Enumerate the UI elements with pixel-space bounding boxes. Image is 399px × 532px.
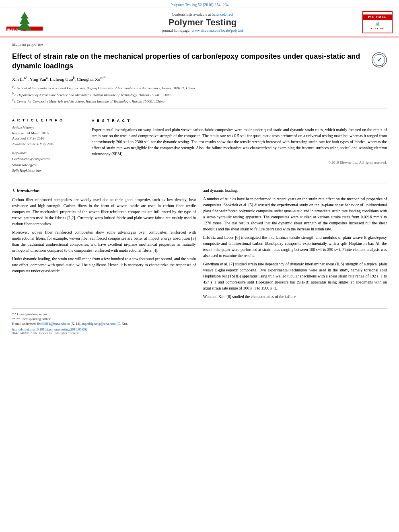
affiliations-block: a a School of Aeronautic Science and Eng… bbox=[12, 84, 387, 109]
sciencedirect-link[interactable]: ScienceDirect bbox=[212, 12, 233, 16]
history-label: Article history: bbox=[12, 125, 84, 129]
email1-link[interactable]: lixin2014@buaa.edu.cn bbox=[37, 322, 70, 326]
svg-marker-2 bbox=[18, 12, 31, 30]
available-date: Available online 4 May 2016 bbox=[12, 142, 84, 147]
body-para-right-1: and dynamic loading. bbox=[203, 187, 387, 193]
received-date: Received 24 March 2016 bbox=[12, 131, 84, 136]
homepage-label: journal homepage: bbox=[162, 29, 191, 33]
article-content: Material properties Effect of strain rat… bbox=[0, 37, 399, 341]
article-title-block: Effect of strain rate on the mechanical … bbox=[12, 51, 387, 71]
elsevier-logo: ELSEVIER bbox=[6, 11, 43, 33]
svg-text:CrossMark: CrossMark bbox=[375, 65, 384, 67]
author-ying-yan: Ying Yan bbox=[30, 76, 46, 81]
footnote-1: * * Corresponding author. bbox=[12, 312, 387, 316]
body-para-right-5: Woo and Kim [8] studied the characterist… bbox=[203, 294, 387, 300]
body-para-right-4: Gowtham et al. [7] studied strain rate d… bbox=[203, 261, 387, 291]
svg-rect-3 bbox=[23, 29, 26, 31]
homepage-link[interactable]: www.elsevier.com/locate/polytest bbox=[191, 29, 243, 33]
body-para-1: Carbon fiber reinforced composites are w… bbox=[12, 197, 196, 227]
body-para-3: Under dynamic loading, the strain rate w… bbox=[12, 256, 196, 274]
info-abstract-section: A R T I C L E I N F O Article history: R… bbox=[12, 114, 387, 178]
author-xin-li: Xin Li bbox=[12, 76, 24, 81]
keywords-section: Keywords: Carbon/epoxy composites Strain… bbox=[12, 151, 84, 173]
body-left-col: 1. Introduction Carbon fiber reinforced … bbox=[12, 187, 196, 302]
svg-text:✓: ✓ bbox=[377, 56, 382, 63]
article-info-col: A R T I C L E I N F O Article history: R… bbox=[12, 118, 84, 178]
footnote-star-2: ** bbox=[12, 317, 16, 321]
body-right-col: and dynamic loading. A number of studies… bbox=[203, 187, 387, 302]
logo-icon: 🔬 bbox=[375, 21, 380, 26]
article-info-header: A R T I C L E I N F O bbox=[12, 118, 84, 122]
section-label: Material properties bbox=[12, 42, 387, 48]
keyword-1: Carbon/epoxy composites bbox=[12, 156, 84, 162]
abstract-header: A B S T R A C T bbox=[92, 118, 387, 123]
journal-logo-box: POLYMER 🔬 TESTING bbox=[362, 11, 393, 33]
copyright-line: © 2016 Elsevier Ltd. All rights reserved… bbox=[92, 160, 387, 165]
authors-line: Xin Lia,*, Ying Yana, Licheng Guob, Chen… bbox=[12, 76, 387, 82]
body-two-col: 1. Introduction Carbon fiber reinforced … bbox=[12, 187, 387, 302]
email2-author: (C. Xu). bbox=[117, 322, 128, 326]
affiliation-b: b b Department of Astronautic Science an… bbox=[12, 91, 387, 98]
crossmark-badge[interactable]: ✓ CrossMark bbox=[372, 52, 387, 68]
keyword-2: Strain rate effect bbox=[12, 162, 84, 168]
journal-header: ELSEVIER Contents lists available at Sci… bbox=[0, 8, 399, 37]
accepted-date: Accepted 3 May 2016 bbox=[12, 136, 84, 142]
affiliation-a: a a School of Aeronautic Science and Eng… bbox=[12, 84, 387, 91]
journal-center: Contents lists available at ScienceDirec… bbox=[43, 12, 362, 33]
author-chenghai-xu: Chenghai Xu bbox=[77, 76, 100, 81]
section1-heading: 1. Introduction bbox=[12, 187, 196, 194]
email-line: E-mail addresses: lixin2014@buaa.edu.cn … bbox=[12, 322, 387, 326]
email-label: E-mail addresses: bbox=[12, 322, 36, 326]
body-para-right-3: Lifshitz and Leber [6] investigated the … bbox=[203, 234, 387, 259]
affiliation-c: c c Center for Composite Materials and S… bbox=[12, 98, 387, 105]
affil-a-text: a School of Aeronautic Science and Engin… bbox=[14, 86, 195, 90]
email1-author: (X. Li), bbox=[70, 322, 81, 326]
author-licheng-guo: Licheng Guo bbox=[50, 76, 73, 81]
logo-bottom-text: TESTING bbox=[370, 27, 385, 30]
article-history-section: Article history: Received 24 March 2016 … bbox=[12, 125, 84, 147]
contents-line: Contents lists available at ScienceDirec… bbox=[43, 12, 362, 16]
affil-b-text: b Department of Astronautic Science and … bbox=[14, 93, 171, 97]
homepage-line: journal homepage: www.elsevier.com/locat… bbox=[43, 29, 362, 33]
logo-top-text: POLYMER bbox=[363, 14, 392, 20]
contents-label: Contents lists available at bbox=[172, 12, 211, 16]
keyword-3: Split Hopkinson bar bbox=[12, 168, 84, 173]
journal-volume-info: Polymer Testing 52 (2016) 254–264 bbox=[0, 0, 399, 8]
volume-label: Polymer Testing 52 (2016) 254–264 bbox=[171, 2, 229, 7]
body-para-2: Moreover, woven fiber reinforced composi… bbox=[12, 229, 196, 253]
issn-line: 0142-9418/© 2016 Elsevier Ltd. All right… bbox=[12, 331, 387, 335]
article-footer: * * Corresponding author. ** ** Correspo… bbox=[12, 308, 387, 335]
footnote2-text: ** Corresponding author. bbox=[16, 317, 51, 321]
abstract-text: Experimental investigations on warp-knit… bbox=[92, 127, 387, 157]
email2-link[interactable]: superbighang@sina.com bbox=[82, 322, 115, 326]
article-title-text: Effect of strain rate on the mechanical … bbox=[12, 51, 372, 71]
body-section: 1. Introduction Carbon fiber reinforced … bbox=[12, 183, 387, 302]
doi-link[interactable]: http://dx.doi.org/10.1016/j.polymertesti… bbox=[12, 327, 387, 331]
abstract-col: A B S T R A C T Experimental investigati… bbox=[92, 118, 387, 178]
footnote1-text: * Corresponding author. bbox=[14, 312, 47, 316]
keywords-label: Keywords: bbox=[12, 151, 84, 155]
affil-c-text: c Center for Composite Materials and Str… bbox=[14, 99, 165, 103]
doi-text: http://dx.doi.org/10.1016/j.polymertesti… bbox=[12, 327, 88, 331]
footnote-2: ** ** Corresponding author. bbox=[12, 317, 387, 321]
journal-name-title: Polymer Testing bbox=[43, 17, 362, 28]
body-para-right-2: A number of studies have been performed … bbox=[203, 196, 387, 232]
